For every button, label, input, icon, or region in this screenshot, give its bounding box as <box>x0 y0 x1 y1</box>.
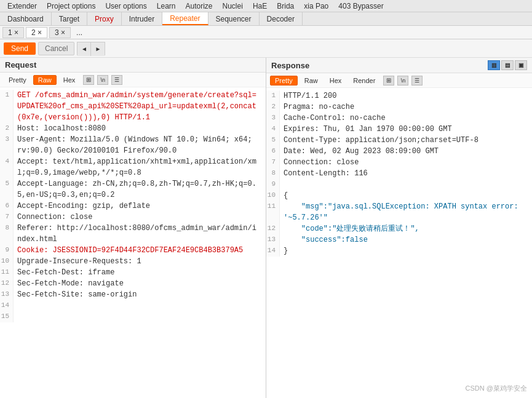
tab-intruder[interactable]: Intruder <box>122 12 162 25</box>
nav-group: ◄ ► <box>77 42 105 55</box>
line-number: 15 <box>0 311 14 322</box>
req-fmt-newline[interactable]: \n <box>97 75 108 85</box>
line-number: 4 <box>0 156 14 178</box>
req-tab-3[interactable]: 3 × <box>49 27 71 38</box>
table-row: 7Connection: close <box>266 157 532 168</box>
line-number: 3 <box>0 134 14 156</box>
line-content: Date: Wed, 02 Aug 2023 08:09:00 GMT <box>284 146 532 157</box>
req-tab-1[interactable]: 1 × <box>2 27 24 38</box>
req-fmt-raw[interactable]: Raw <box>33 75 57 85</box>
line-number: 13 <box>266 234 280 245</box>
table-row: 9Cookie: JSESSIONID=92F4D44F32CDF7EAF24E… <box>0 245 266 256</box>
line-content: } <box>284 245 532 257</box>
tab-dashboard[interactable]: Dashboard <box>0 12 52 25</box>
line-content: GET /ofcms_admin_war/admin/system/genera… <box>17 90 266 123</box>
nav-next-button[interactable]: ► <box>91 42 105 56</box>
req-tab-more[interactable]: ... <box>73 27 86 38</box>
line-number: 13 <box>0 289 14 300</box>
request-content[interactable]: 1GET /ofcms_admin_war/admin/system/gener… <box>0 87 266 398</box>
line-number: 2 <box>266 101 280 113</box>
line-number: 9 <box>266 179 280 190</box>
req-fmt-pretty[interactable]: Pretty <box>4 75 31 85</box>
menu-hae[interactable]: HaE <box>248 1 272 12</box>
table-row: 6Accept-Encoding: gzip, deflate <box>0 201 266 212</box>
table-row: 7Connection: close <box>0 212 266 223</box>
request-format-tabs: Pretty Raw Hex ⊞ \n ☰ <box>0 73 266 87</box>
line-content <box>17 311 266 322</box>
line-number: 1 <box>0 90 14 123</box>
table-row: 2Pragma: no-cache <box>266 101 532 113</box>
table-row: 3User-Agent: Mozilla/5.0 (Windows NT 10.… <box>0 134 266 156</box>
menu-403bypasser[interactable]: 403 Bypasser <box>333 1 388 12</box>
tab-bar: Dashboard Target Proxy Intruder Repeater… <box>0 12 532 26</box>
line-content: Expires: Thu, 01 Jan 1970 00:00:00 GMT <box>284 124 532 135</box>
resp-fmt-raw[interactable]: Raw <box>300 76 323 86</box>
tab-repeater[interactable]: Repeater <box>162 12 208 25</box>
req-fmt-menu[interactable]: ☰ <box>111 75 122 85</box>
line-number: 5 <box>266 135 280 146</box>
menu-xia-pao[interactable]: xia Pao <box>299 1 333 12</box>
nav-prev-button[interactable]: ◄ <box>77 42 91 56</box>
line-content: Host: localhost:8080 <box>17 123 266 134</box>
view-vertical-btn[interactable]: ▣ <box>515 60 527 70</box>
resp-fmt-menu[interactable]: ☰ <box>411 76 423 86</box>
table-row: 4Expires: Thu, 01 Jan 1970 00:00:00 GMT <box>266 124 532 135</box>
table-row: 14 <box>0 300 266 311</box>
table-row: 12Sec-Fetch-Mode: navigate <box>0 278 266 289</box>
response-panel-header: Response ▥ ▤ ▣ <box>266 58 532 73</box>
tab-target[interactable]: Target <box>52 12 87 25</box>
request-title: Request <box>5 60 36 70</box>
menu-project-options[interactable]: Project options <box>42 1 100 12</box>
req-fmt-icon1[interactable]: ⊞ <box>83 75 94 85</box>
line-number: 6 <box>266 146 280 157</box>
table-row: 11Sec-Fetch-Dest: iframe <box>0 267 266 278</box>
resp-fmt-icon1[interactable]: ⊞ <box>383 76 394 86</box>
response-content[interactable]: 1HTTP/1.1 2002Pragma: no-cache3Cache-Con… <box>266 88 532 398</box>
table-row: 6Date: Wed, 02 Aug 2023 08:09:00 GMT <box>266 146 532 157</box>
view-split-btn[interactable]: ▥ <box>488 60 500 70</box>
line-number: 1 <box>266 90 280 101</box>
line-number: 2 <box>0 123 14 134</box>
line-number: 14 <box>0 300 14 311</box>
line-content: User-Agent: Mozilla/5.0 (Windows NT 10.0… <box>17 134 266 156</box>
response-title: Response <box>271 61 309 70</box>
resp-fmt-render[interactable]: Render <box>348 76 380 86</box>
menu-autorize[interactable]: Autorize <box>181 1 218 12</box>
line-content <box>17 300 266 311</box>
line-content: Upgrade-Insecure-Requests: 1 <box>17 256 266 267</box>
table-row: 8Referer: http://localhost:8080/ofcms_ad… <box>0 223 266 245</box>
watermark: CSDN @菜鸡学安全 <box>466 384 527 393</box>
menu-brida[interactable]: Brida <box>272 1 299 12</box>
table-row: 15 <box>0 311 266 322</box>
send-button[interactable]: Send <box>4 42 36 55</box>
req-fmt-hex[interactable]: Hex <box>58 75 81 85</box>
table-row: 9 <box>266 179 532 190</box>
response-format-tabs: Pretty Raw Hex Render ⊞ \n ☰ <box>266 73 532 88</box>
resp-fmt-newline[interactable]: \n <box>397 76 408 86</box>
menu-user-options[interactable]: User options <box>100 1 151 12</box>
resp-fmt-hex[interactable]: Hex <box>325 76 347 86</box>
line-content: Accept: text/html,application/xhtml+xml,… <box>17 156 266 178</box>
menu-extender[interactable]: Extender <box>2 1 42 12</box>
menu-nuclei[interactable]: Nuclei <box>218 1 248 12</box>
line-number: 6 <box>0 201 14 212</box>
line-content <box>284 179 532 190</box>
menu-learn[interactable]: Learn <box>152 1 181 12</box>
table-row: 14} <box>266 245 532 257</box>
table-row: 1GET /ofcms_admin_war/admin/system/gener… <box>0 90 266 123</box>
cancel-button[interactable]: Cancel <box>38 42 74 55</box>
tab-sequencer[interactable]: Sequencer <box>208 12 260 25</box>
req-tab-2[interactable]: 2 × <box>26 27 47 38</box>
resp-fmt-pretty[interactable]: Pretty <box>270 76 298 86</box>
tab-decoder[interactable]: Decoder <box>260 12 303 25</box>
response-panel: Response ▥ ▤ ▣ Pretty Raw Hex Render ⊞ \… <box>266 58 532 398</box>
line-number: 9 <box>0 245 14 256</box>
tab-proxy[interactable]: Proxy <box>87 12 122 25</box>
menu-bar: Extender Project options User options Le… <box>0 0 532 12</box>
table-row: 8Content-Length: 116 <box>266 168 532 179</box>
request-tabs-row: 1 × 2 × 3 × ... <box>0 26 532 39</box>
line-content: Accept-Language: zh-CN,zh;q=0.8,zh-TW;q=… <box>17 178 266 201</box>
table-row: 4Accept: text/html,application/xhtml+xml… <box>0 156 266 178</box>
line-number: 3 <box>266 113 280 124</box>
view-horizontal-btn[interactable]: ▤ <box>501 60 514 70</box>
